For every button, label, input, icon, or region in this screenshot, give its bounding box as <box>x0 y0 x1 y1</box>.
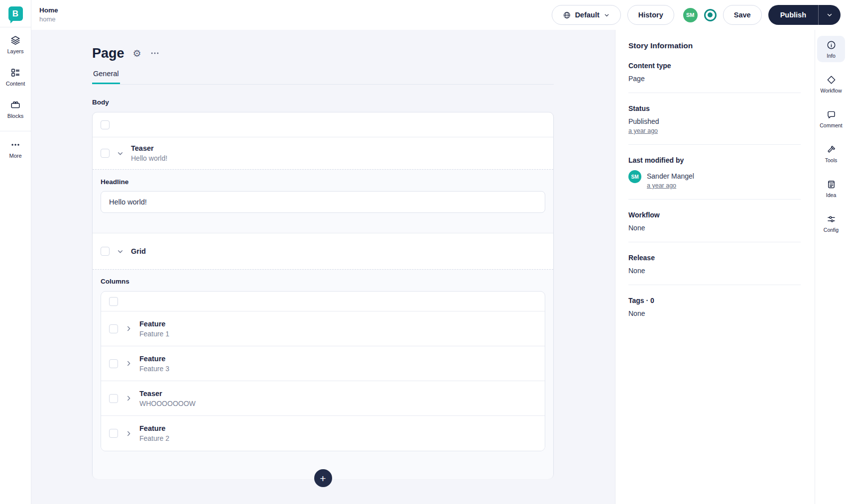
block-type: Teaser <box>139 389 196 399</box>
block-info: Feature Feature 1 <box>139 319 169 339</box>
last-modified-label: Last modified by <box>628 156 801 164</box>
divider <box>628 285 801 285</box>
block-preview: Feature 2 <box>139 433 169 443</box>
status-label: Status <box>628 104 801 112</box>
content-row: Page ⚙ General Body <box>31 30 847 504</box>
block-type: Feature <box>139 319 169 329</box>
select-all-row <box>101 292 545 311</box>
language-selector[interactable]: Default <box>552 5 621 25</box>
column-row-teaser[interactable]: Teaser WHOOOOOOOW <box>101 381 545 416</box>
block-checkbox[interactable] <box>109 429 118 438</box>
history-label: History <box>638 11 663 19</box>
config-icon <box>826 214 837 224</box>
panel-title: Story Information <box>628 41 801 50</box>
release-label: Release <box>628 254 801 262</box>
block-preview: Feature 1 <box>139 329 169 339</box>
tab-comment[interactable]: Comment <box>817 105 845 132</box>
ellipsis-icon <box>150 48 160 58</box>
release-value: None <box>628 267 801 275</box>
collapse-toggle[interactable] <box>116 247 124 256</box>
presence-indicator-icon[interactable] <box>704 9 717 21</box>
headline-input[interactable] <box>101 191 545 213</box>
layers-icon <box>10 35 21 46</box>
tab-general[interactable]: General <box>92 70 120 84</box>
select-all-checkbox[interactable] <box>109 297 118 306</box>
sidebar-item-content[interactable]: Content <box>0 67 31 87</box>
block-checkbox[interactable] <box>101 149 110 158</box>
tab-workflow[interactable]: Workflow <box>817 71 845 97</box>
story-slug: home <box>39 15 58 24</box>
editor-canvas: Page ⚙ General Body <box>31 30 615 504</box>
sidebar-item-blocks[interactable]: Blocks <box>0 100 31 119</box>
chevron-down-icon <box>116 149 124 158</box>
block-type: Teaser <box>131 143 167 153</box>
more-options-button[interactable] <box>150 48 160 58</box>
block-info: Feature Feature 3 <box>139 354 169 374</box>
info-icon <box>826 40 837 50</box>
sidebar-item-more[interactable]: More <box>0 139 31 159</box>
block-checkbox[interactable] <box>101 247 110 256</box>
left-sidebar: B Layers Content <box>0 0 31 504</box>
expand-toggle[interactable] <box>124 429 133 438</box>
block-row-grid[interactable]: Grid <box>93 233 553 269</box>
publish-dropdown-button[interactable] <box>819 5 841 25</box>
last-modified-row: SM Sander Mangel a year ago <box>628 170 801 189</box>
content-type-value: Page <box>628 75 801 83</box>
expand-toggle[interactable] <box>124 359 133 368</box>
tab-idea[interactable]: Idea <box>817 175 845 202</box>
storyblok-logo[interactable]: B <box>8 6 23 21</box>
block-checkbox[interactable] <box>109 394 118 403</box>
body-field-label: Body <box>92 99 554 106</box>
expand-toggle[interactable] <box>124 324 133 333</box>
tab-tools[interactable]: Tools <box>817 140 845 167</box>
column-row-feature-2[interactable]: Feature Feature 2 <box>101 416 545 451</box>
tab-info[interactable]: Info <box>817 36 845 62</box>
column-row-feature-1[interactable]: Feature Feature 1 <box>101 311 545 346</box>
expand-toggle[interactable] <box>124 394 133 403</box>
page-title: Page <box>92 45 124 62</box>
block-type: Grid <box>131 247 146 255</box>
tab-label: Tools <box>825 157 838 163</box>
history-button[interactable]: History <box>627 5 674 25</box>
tab-label: Idea <box>826 192 836 198</box>
tab-label: Info <box>827 53 836 59</box>
language-label: Default <box>575 11 600 19</box>
block-type: Feature <box>139 423 169 433</box>
collapse-toggle[interactable] <box>116 149 124 158</box>
logo-cell: B <box>0 0 31 27</box>
modified-time-link[interactable]: a year ago <box>647 182 676 189</box>
chevron-right-icon <box>124 394 133 403</box>
storyblok-app: B Layers Content <box>0 0 847 504</box>
gear-icon: ⚙ <box>133 49 141 58</box>
divider <box>628 199 801 200</box>
status-time-link[interactable]: a year ago <box>628 127 658 134</box>
block-preview: WHOOOOOOOW <box>139 399 196 408</box>
block-checkbox[interactable] <box>109 359 118 368</box>
block-info: Grid <box>131 246 146 256</box>
user-avatar[interactable]: SM <box>683 8 698 22</box>
right-sidebar: Info Workflow Comment <box>815 30 847 504</box>
sidebar-item-layers[interactable]: Layers <box>0 35 31 54</box>
columns-field-label: Columns <box>101 278 545 285</box>
top-bar: Home home Default History SM <box>31 0 847 30</box>
grid-expanded-section: Columns <box>93 269 553 479</box>
chevron-down-icon <box>604 12 610 18</box>
tab-label: Config <box>824 227 839 233</box>
block-row-teaser[interactable]: Teaser Hello world! <box>93 137 553 169</box>
story-title: Home <box>39 5 58 15</box>
settings-button[interactable]: ⚙ <box>133 49 141 58</box>
save-label: Save <box>734 11 751 19</box>
publish-label: Publish <box>780 11 806 19</box>
comment-icon <box>826 109 837 120</box>
block-checkbox[interactable] <box>109 324 118 333</box>
content-icon <box>10 67 21 78</box>
select-all-checkbox[interactable] <box>101 120 110 129</box>
teaser-expanded-section: Headline <box>93 169 553 233</box>
column-row-feature-3[interactable]: Feature Feature 3 <box>101 346 545 381</box>
add-block-button[interactable]: + <box>314 469 332 487</box>
breadcrumb: Home home <box>39 5 58 24</box>
save-button[interactable]: Save <box>723 5 762 25</box>
tab-config[interactable]: Config <box>817 210 845 236</box>
publish-button[interactable]: Publish <box>768 5 818 25</box>
tools-icon <box>826 144 837 155</box>
